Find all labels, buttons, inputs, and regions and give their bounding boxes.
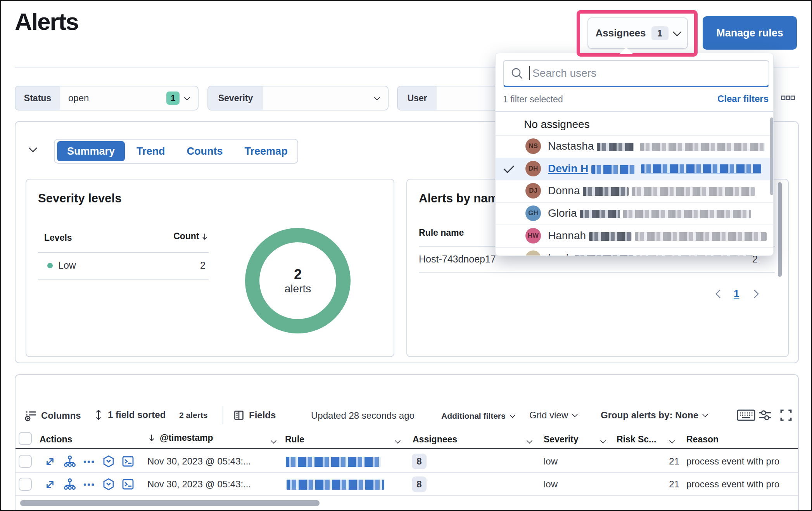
rule-name-redacted[interactable] [287, 480, 384, 490]
reason-cell: process event with pro [686, 479, 798, 490]
manage-rules-button[interactable]: Manage rules [703, 16, 797, 50]
redacted-text [597, 143, 634, 151]
assignees-filter-button[interactable]: Assignees 1 [587, 17, 688, 49]
severity-cell: low [544, 456, 558, 467]
assignee-option[interactable]: LT Leah [496, 247, 773, 256]
row-divider [16, 472, 798, 473]
sorted-fields-button[interactable]: 1 field sorted [94, 409, 166, 421]
columns-button[interactable]: Columns [25, 410, 81, 421]
chevron-down-icon [509, 412, 515, 418]
column-header-severity[interactable]: Severity [544, 434, 579, 445]
assignees-count-badge: 1 [651, 26, 669, 40]
chevron-down-icon [184, 94, 190, 100]
select-all-checkbox[interactable] [19, 432, 32, 445]
column-menu-icon[interactable] [601, 437, 605, 444]
redacted-text [636, 255, 753, 256]
row-checkbox[interactable] [19, 478, 32, 491]
assignee-option-selected[interactable]: DH Devin H [496, 158, 773, 180]
rule-name-redacted[interactable] [286, 457, 381, 467]
session-view-icon[interactable] [122, 478, 134, 490]
pagination-page-1[interactable]: 1 [734, 288, 739, 300]
redacted-text [591, 165, 635, 174]
keyboard-shortcuts-icon[interactable] [737, 409, 755, 423]
severity-filter[interactable]: Severity [207, 86, 389, 110]
grid-view-dropdown[interactable]: Grid view [529, 410, 577, 421]
text-cursor [529, 66, 530, 80]
assignee-option[interactable]: GH Gloria [496, 202, 773, 224]
assignees-count-cell[interactable]: 8 [412, 476, 427, 492]
tab-trend[interactable]: Trend [126, 141, 175, 161]
column-header-reason[interactable]: Reason [686, 434, 719, 445]
assignee-name: Devin H [548, 162, 761, 175]
mini-table-divider [38, 252, 209, 253]
redacted-text [583, 187, 629, 196]
more-actions-icon[interactable] [83, 456, 95, 468]
severity-cell: low [544, 479, 558, 490]
clear-filters-link[interactable]: Clear filters [717, 93, 769, 104]
assignee-option-none[interactable]: No assignees [496, 114, 773, 135]
assignee-option[interactable]: DJ Donna [496, 180, 773, 202]
count-column-header[interactable]: Count [148, 231, 209, 242]
assignee-option[interactable]: HW Hannah [496, 224, 773, 247]
grid-settings-icon[interactable] [758, 409, 772, 423]
page-title: Alerts [15, 8, 78, 35]
assignee-name: Gloria [548, 207, 751, 219]
chevron-down-icon [572, 411, 578, 418]
table-horizontal-scrollbar[interactable] [20, 500, 320, 506]
search-users-box[interactable] [503, 60, 769, 87]
redacted-text [575, 255, 633, 256]
column-menu-icon[interactable] [396, 437, 400, 444]
assignees-popover: 1 filter selected Clear filters No assig… [495, 53, 774, 256]
investigate-in-timeline-icon[interactable] [102, 455, 115, 468]
collapse-chevron-icon[interactable] [30, 145, 36, 153]
row-divider [16, 495, 798, 496]
status-filter[interactable]: Status open 1 [15, 86, 199, 110]
status-filter-value: open [60, 93, 166, 104]
column-menu-icon[interactable] [670, 437, 674, 444]
search-icon [511, 67, 523, 79]
reason-cell: process event with pro [686, 456, 798, 467]
severity-donut-chart: 2 alerts [245, 228, 351, 333]
assignee-name: Nastasha [548, 140, 765, 152]
session-view-icon[interactable] [122, 455, 134, 468]
additional-filters-dropdown[interactable]: Additional filters [441, 411, 515, 421]
toolbar-separator [223, 406, 223, 424]
filter-set-menu-icon[interactable] [781, 95, 795, 102]
row-checkbox[interactable] [19, 455, 32, 468]
investigate-in-timeline-icon[interactable] [102, 478, 115, 490]
expand-alert-icon[interactable] [44, 456, 56, 468]
columns-icon [25, 410, 36, 421]
tab-treemap[interactable]: Treemap [235, 141, 298, 161]
redacted-text [635, 232, 767, 241]
column-menu-icon[interactable] [527, 437, 532, 444]
timestamp-cell: Nov 30, 2023 @ 05:43:... [147, 479, 251, 490]
assignees-count-cell[interactable]: 8 [412, 454, 427, 469]
search-users-input[interactable] [532, 67, 762, 80]
column-header-risk-score[interactable]: Risk Sc... [617, 434, 656, 445]
assignee-name: Donna [548, 185, 755, 197]
severity-filter-label: Severity [208, 86, 263, 110]
column-header-rule[interactable]: Rule [285, 434, 304, 445]
group-alerts-by-dropdown[interactable]: Group alerts by: None [601, 410, 707, 421]
expand-alert-icon[interactable] [44, 479, 56, 490]
alerts-page: Alerts Assignees 1 Manage rules Status o… [0, 0, 812, 511]
pagination-previous-icon[interactable] [717, 291, 723, 299]
more-actions-icon[interactable] [83, 479, 95, 490]
assignee-option[interactable]: NS Nastasha [496, 135, 773, 157]
sort-descending-icon [147, 433, 156, 443]
column-header-assignees[interactable]: Assignees [413, 434, 457, 445]
analyze-event-icon[interactable] [64, 455, 76, 468]
analyze-event-icon[interactable] [64, 478, 76, 490]
column-menu-icon[interactable] [271, 437, 276, 444]
panel-vertical-scrollbar[interactable] [778, 182, 782, 277]
pagination-next-icon[interactable] [752, 291, 758, 299]
fields-button[interactable]: Fields [233, 410, 276, 421]
tab-counts[interactable]: Counts [177, 141, 233, 161]
popover-scrollbar[interactable] [770, 117, 773, 195]
status-filter-badge: 1 [166, 91, 180, 105]
tab-summary[interactable]: Summary [57, 141, 125, 161]
chevron-down-icon [702, 411, 708, 418]
alerts-by-name-title: Alerts by name [419, 192, 505, 205]
column-header-timestamp[interactable]: @timestamp [147, 433, 213, 443]
fullscreen-icon[interactable] [779, 409, 793, 423]
